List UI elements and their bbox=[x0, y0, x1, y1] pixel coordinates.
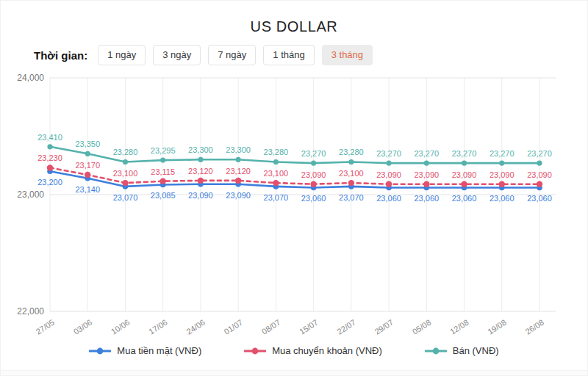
data-point-ban[interactable] bbox=[311, 160, 316, 165]
data-label-mua-tien-mat: 23,060 bbox=[414, 194, 439, 203]
legend-label: Bán (VNĐ) bbox=[453, 345, 499, 356]
data-label-mua-tien-mat: 23,090 bbox=[226, 191, 251, 200]
legend-item-mua-tien-mat[interactable]: Mua tiền mặt (VNĐ) bbox=[89, 345, 201, 356]
footer-strip bbox=[1, 370, 587, 375]
data-point-mua-chuyen-khoan[interactable] bbox=[499, 181, 505, 187]
data-label-mua-chuyen-khoan: 23,170 bbox=[75, 161, 100, 170]
data-label-mua-chuyen-khoan: 23,090 bbox=[490, 170, 514, 179]
x-axis-label: 27/05 bbox=[34, 318, 56, 336]
x-axis-label: 17/06 bbox=[147, 318, 169, 336]
data-label-mua-tien-mat: 23,060 bbox=[527, 194, 552, 203]
x-axis-label: 01/07 bbox=[223, 318, 245, 336]
data-label-ban: 23,270 bbox=[414, 149, 439, 158]
y-axis-label: 22,000 bbox=[17, 306, 44, 317]
data-point-ban[interactable] bbox=[123, 159, 128, 164]
data-label-mua-tien-mat: 23,060 bbox=[490, 194, 514, 203]
data-point-ban[interactable] bbox=[537, 160, 542, 165]
data-label-ban: 23,280 bbox=[113, 148, 138, 156]
legend-item-mua-chuyen-khoan[interactable]: Mua chuyển khoản (VNĐ) bbox=[244, 345, 382, 356]
data-point-ban[interactable] bbox=[386, 160, 391, 165]
data-point-mua-chuyen-khoan[interactable] bbox=[122, 180, 128, 186]
data-point-mua-chuyen-khoan[interactable] bbox=[348, 180, 354, 186]
data-point-mua-chuyen-khoan[interactable] bbox=[386, 181, 392, 187]
exchange-rate-widget: US DOLLAR Thời gian: 1 ngày3 ngày7 ngày1… bbox=[0, 0, 588, 376]
data-label-ban: 23,270 bbox=[490, 149, 514, 158]
data-label-ban: 23,350 bbox=[75, 140, 100, 148]
data-point-ban[interactable] bbox=[273, 159, 279, 164]
data-label-mua-tien-mat: 23,200 bbox=[37, 178, 62, 187]
data-label-mua-chuyen-khoan: 23,120 bbox=[226, 167, 251, 176]
data-label-ban: 23,270 bbox=[527, 149, 552, 158]
data-label-mua-chuyen-khoan: 23,090 bbox=[301, 170, 326, 179]
x-axis-label: 05/08 bbox=[411, 318, 433, 336]
chart-legend: Mua tiền mặt (VNĐ)Mua chuyển khoản (VNĐ)… bbox=[1, 345, 587, 356]
data-label-ban: 23,300 bbox=[188, 145, 213, 154]
data-label-mua-tien-mat: 23,090 bbox=[188, 191, 213, 200]
data-point-ban[interactable] bbox=[47, 144, 52, 149]
data-label-ban: 23,270 bbox=[376, 149, 401, 158]
data-label-mua-tien-mat: 23,070 bbox=[339, 193, 364, 202]
x-axis-label: 03/06 bbox=[72, 318, 94, 336]
data-label-mua-tien-mat: 23,085 bbox=[151, 191, 176, 200]
data-label-mua-tien-mat: 23,060 bbox=[301, 194, 326, 203]
chart-canvas: 24,00023,00022,00027/0503/0610/0617/0624… bbox=[1, 1, 588, 376]
legend-item-ban[interactable]: Bán (VNĐ) bbox=[425, 345, 499, 356]
x-axis-label: 19/08 bbox=[486, 318, 508, 336]
x-axis-label: 22/07 bbox=[335, 318, 357, 336]
data-point-ban[interactable] bbox=[198, 157, 203, 162]
data-label-mua-chuyen-khoan: 23,100 bbox=[264, 169, 289, 178]
data-label-mua-chuyen-khoan: 23,090 bbox=[414, 170, 439, 179]
data-label-mua-chuyen-khoan: 23,090 bbox=[376, 170, 401, 179]
x-axis-label: 29/07 bbox=[373, 318, 395, 336]
data-point-ban[interactable] bbox=[462, 160, 467, 165]
data-point-ban[interactable] bbox=[236, 157, 241, 162]
data-point-mua-chuyen-khoan[interactable] bbox=[47, 164, 53, 170]
data-label-mua-chuyen-khoan: 23,120 bbox=[188, 167, 213, 176]
legend-marker-icon bbox=[425, 347, 447, 355]
data-point-mua-chuyen-khoan[interactable] bbox=[273, 180, 279, 186]
data-label-mua-chuyen-khoan: 23,115 bbox=[151, 167, 175, 176]
data-point-mua-chuyen-khoan[interactable] bbox=[310, 181, 316, 187]
data-point-mua-chuyen-khoan[interactable] bbox=[235, 178, 241, 184]
data-label-mua-chuyen-khoan: 23,090 bbox=[527, 170, 552, 179]
data-point-mua-chuyen-khoan[interactable] bbox=[537, 181, 542, 187]
data-label-ban: 23,410 bbox=[37, 133, 62, 142]
data-point-ban[interactable] bbox=[348, 159, 354, 164]
data-label-mua-chuyen-khoan: 23,230 bbox=[37, 153, 62, 162]
x-axis-label: 26/08 bbox=[523, 318, 545, 336]
data-label-mua-chuyen-khoan: 23,090 bbox=[452, 170, 477, 179]
x-axis-label: 10/06 bbox=[110, 318, 132, 336]
data-point-mua-chuyen-khoan[interactable] bbox=[461, 181, 467, 187]
data-point-ban[interactable] bbox=[85, 151, 90, 156]
data-label-mua-tien-mat: 23,060 bbox=[376, 194, 401, 203]
data-label-ban: 23,280 bbox=[339, 148, 364, 156]
data-label-ban: 23,295 bbox=[151, 146, 176, 155]
y-axis-label: 23,000 bbox=[17, 189, 44, 200]
data-point-ban[interactable] bbox=[424, 160, 429, 165]
x-axis-label: 08/07 bbox=[260, 318, 282, 336]
data-point-ban[interactable] bbox=[499, 160, 504, 165]
data-label-ban: 23,270 bbox=[452, 149, 477, 158]
data-point-mua-chuyen-khoan[interactable] bbox=[159, 178, 165, 184]
y-axis-label: 24,000 bbox=[17, 73, 44, 83]
data-point-mua-chuyen-khoan[interactable] bbox=[423, 181, 429, 187]
data-point-mua-chuyen-khoan[interactable] bbox=[85, 172, 90, 178]
data-label-mua-tien-mat: 23,070 bbox=[264, 193, 289, 202]
legend-label: Mua chuyển khoản (VNĐ) bbox=[272, 345, 382, 356]
data-label-ban: 23,280 bbox=[264, 148, 289, 156]
data-point-mua-chuyen-khoan[interactable] bbox=[198, 178, 204, 184]
data-label-mua-chuyen-khoan: 23,100 bbox=[339, 169, 364, 178]
data-label-mua-tien-mat: 23,070 bbox=[113, 193, 138, 202]
data-label-mua-tien-mat: 23,060 bbox=[452, 194, 477, 203]
data-label-mua-chuyen-khoan: 23,100 bbox=[113, 169, 138, 178]
x-axis-label: 15/07 bbox=[298, 318, 320, 336]
x-axis-label: 12/08 bbox=[448, 318, 470, 336]
data-label-ban: 23,270 bbox=[301, 149, 326, 158]
data-label-mua-tien-mat: 23,140 bbox=[75, 185, 100, 194]
data-label-ban: 23,300 bbox=[226, 145, 251, 154]
legend-label: Mua tiền mặt (VNĐ) bbox=[117, 345, 201, 356]
legend-marker-icon bbox=[89, 347, 111, 355]
data-point-ban[interactable] bbox=[160, 157, 165, 162]
x-axis-label: 24/06 bbox=[184, 318, 207, 336]
legend-marker-icon bbox=[244, 347, 266, 355]
